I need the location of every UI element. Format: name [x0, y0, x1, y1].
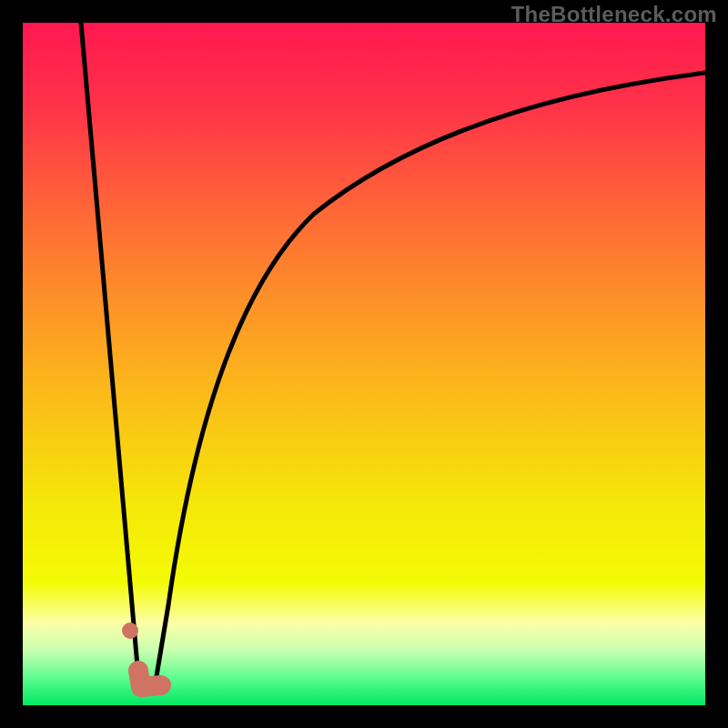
chart-frame: TheBottleneck.com: [0, 0, 728, 728]
bottleneck-plot: [23, 23, 705, 705]
optimal-dot: [122, 622, 138, 639]
gradient-background: [23, 23, 705, 705]
